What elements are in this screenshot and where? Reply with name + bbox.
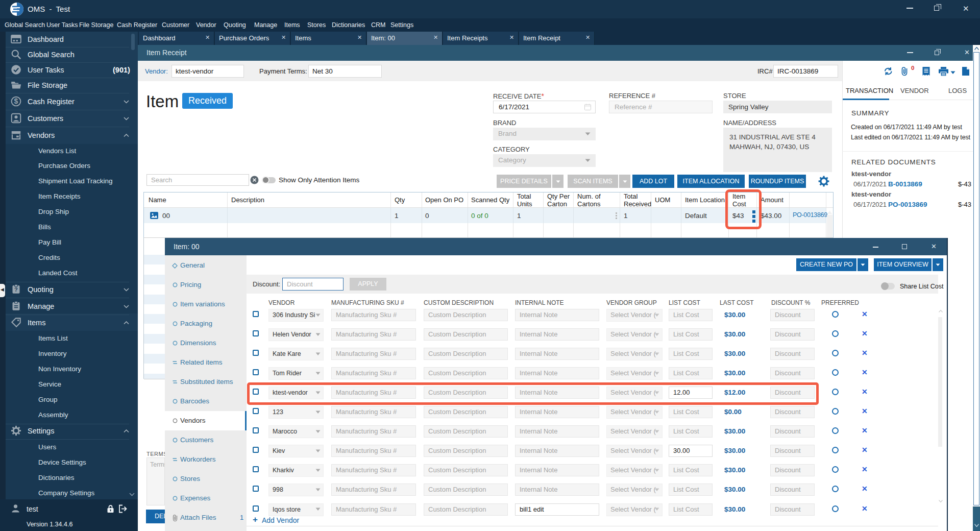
svg-text:?: ? xyxy=(14,286,18,293)
svg-text:$: $ xyxy=(14,97,18,105)
